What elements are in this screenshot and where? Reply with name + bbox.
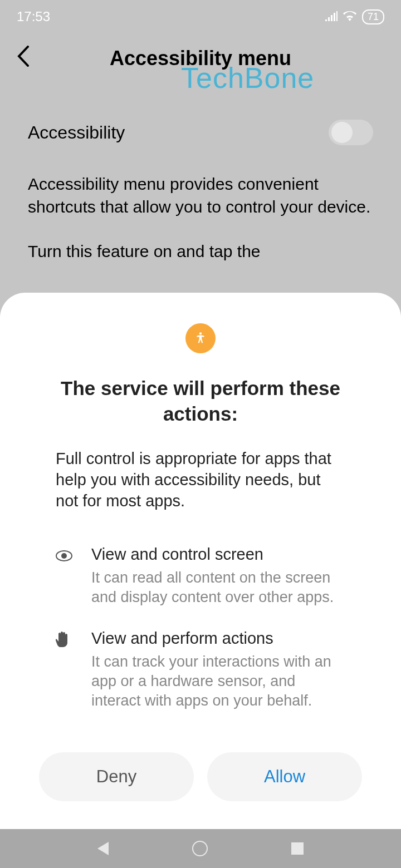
- accessibility-label: Accessibility: [28, 122, 125, 143]
- perm-1-title: View and control screen: [91, 545, 345, 564]
- nav-home-button[interactable]: [192, 841, 208, 856]
- status-right: 71: [325, 9, 384, 24]
- description-2: Turn this feature on and tap the: [28, 240, 373, 263]
- description-1: Accessibility menu provides convenient s…: [28, 173, 373, 218]
- permission-dialog: The service will perform these actions: …: [0, 293, 401, 829]
- permission-item-1: View and control screen It can read all …: [28, 545, 373, 607]
- accessibility-toggle[interactable]: [329, 120, 373, 145]
- watermark-text: TechBone: [181, 61, 314, 95]
- wifi-icon: [343, 9, 356, 24]
- dialog-buttons: Deny Allow: [28, 752, 373, 801]
- perm-2-title: View and perform actions: [91, 629, 345, 648]
- permission-item-2: View and perform actions It can track yo…: [28, 629, 373, 711]
- accessibility-toggle-row: Accessibility: [28, 120, 373, 145]
- hand-icon: [56, 629, 77, 711]
- dialog-subtitle: Full control is appropriate for apps tha…: [28, 448, 373, 511]
- allow-button[interactable]: Allow: [207, 752, 362, 801]
- deny-button[interactable]: Deny: [39, 752, 194, 801]
- nav-recents-button[interactable]: [291, 842, 304, 855]
- eye-icon: [56, 545, 77, 607]
- accessibility-icon: [185, 323, 216, 353]
- status-bar: 17:53 71: [0, 0, 401, 33]
- perm-1-desc: It can read all content on the screen an…: [91, 568, 345, 607]
- nav-back-button[interactable]: [97, 842, 109, 855]
- dialog-title: The service will perform these actions:: [28, 376, 373, 426]
- svg-point-0: [199, 333, 202, 335]
- svg-point-2: [61, 553, 67, 559]
- settings-content: Accessibility Accessibility menu provide…: [0, 83, 401, 263]
- signal-icon: [325, 9, 338, 24]
- navigation-bar: [0, 829, 401, 868]
- battery-indicator: 71: [362, 9, 384, 24]
- perm-2-desc: It can track your interactions with an a…: [91, 652, 345, 711]
- back-button[interactable]: [17, 46, 30, 72]
- status-time: 17:53: [17, 9, 50, 24]
